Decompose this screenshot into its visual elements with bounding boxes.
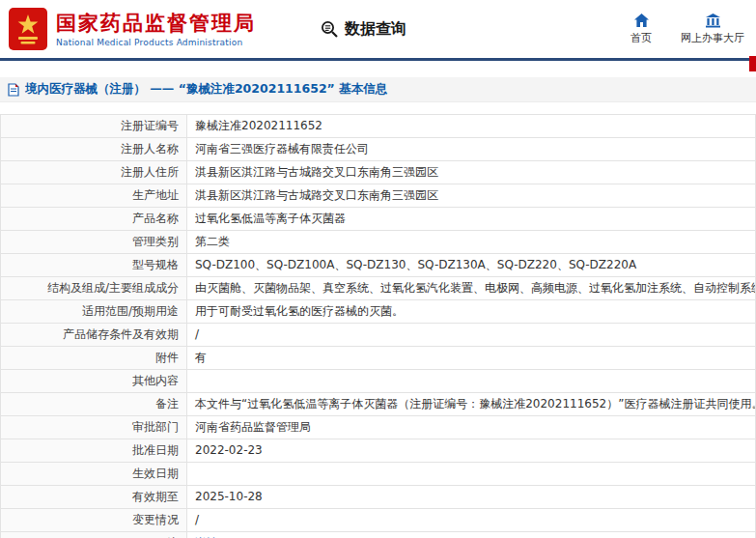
row-value: 有: [187, 347, 756, 370]
row-label: 注册人名称: [1, 138, 187, 161]
row-value: 用于可耐受过氧化氢的医疗器械的灭菌。: [187, 300, 756, 324]
row-value: SQ-DZ100、SQ-DZ100A、SQ-DZ130、SQ-DZ130A、SQ…: [187, 254, 756, 277]
row-label: 产品名称: [1, 208, 187, 231]
national-emblem-logo: [8, 7, 48, 51]
table-row: 管理类别第二类: [1, 231, 756, 254]
row-value: 2025-10-28: [187, 486, 756, 509]
row-value: 本文件与“过氧化氢低温等离子体灭菌器（注册证编号：豫械注准20202111652…: [187, 393, 756, 416]
info-table-body: 注册证编号豫械注准20202111652注册人名称河南省三强医疗器械有限责任公司…: [1, 115, 756, 538]
table-row: 注册证编号豫械注准20202111652: [1, 115, 756, 138]
home-icon: [633, 13, 650, 28]
row-value: 2022-02-23: [187, 439, 756, 463]
table-row: 产品名称过氧化氢低温等离子体灭菌器: [1, 208, 756, 231]
table-row: 其他内容: [1, 370, 756, 393]
row-label: 变更情况: [1, 509, 187, 532]
row-value: 第二类: [187, 231, 756, 254]
row-label: 产品储存条件及有效期: [1, 324, 187, 347]
row-label: 注册证编号: [1, 115, 187, 138]
row-label: 批准日期: [1, 439, 187, 463]
row-label: 有效期至: [1, 486, 187, 509]
table-row: 产品储存条件及有效期/: [1, 324, 756, 347]
row-label: 注册人住所: [1, 161, 187, 184]
row-value: 由灭菌舱、灭菌物品架、真空系统、过氧化氢汽化装置、电极网、高频电源、过氧化氢加注…: [187, 277, 756, 300]
nav-home-label: 首页: [630, 31, 652, 45]
brand-text: 国家药品监督管理局 National Medical Products Admi…: [56, 12, 256, 47]
table-row: ✎注详情: [1, 532, 756, 538]
row-value: 淇县新区淇江路与古城路交叉口东南角三强园区: [187, 184, 756, 208]
row-label: 备注: [1, 393, 187, 416]
data-query-heading: 数据查询: [320, 19, 406, 40]
nav-online-hall-label: 网上办事大厅: [681, 31, 744, 45]
row-value: 淇县新区淇江路与古城路交叉口东南角三强园区: [187, 161, 756, 184]
row-label: 生产地址: [1, 184, 187, 208]
table-row: 审批部门河南省药品监督管理局: [1, 416, 756, 439]
row-label: 型号规格: [1, 254, 187, 277]
row-label: ✎注: [1, 532, 187, 538]
info-table: 注册证编号豫械注准20202111652注册人名称河南省三强医疗器械有限责任公司…: [0, 114, 756, 538]
nav-online-hall[interactable]: 网上办事大厅: [681, 13, 744, 45]
scroll-indicator: [749, 56, 756, 71]
page-title-bar: 境内医疗器械（注册） —— “豫械注准20202111652” 基本信息: [0, 77, 756, 102]
row-label: 其他内容: [1, 370, 187, 393]
row-label: 附件: [1, 347, 187, 370]
agency-name-cn: 国家药品监督管理局: [56, 12, 256, 35]
agency-name-en: National Medical Products Administration: [56, 38, 256, 47]
row-label: 管理类别: [1, 231, 187, 254]
row-value: [187, 370, 756, 393]
table-row: 注册人名称河南省三强医疗器械有限责任公司: [1, 138, 756, 161]
document-icon: [8, 83, 19, 97]
nav-home[interactable]: 首页: [630, 13, 652, 45]
table-row: 型号规格SQ-DZ100、SQ-DZ100A、SQ-DZ130、SQ-DZ130…: [1, 254, 756, 277]
table-row: 附件有: [1, 347, 756, 370]
row-value: /: [187, 324, 756, 347]
row-value: [187, 463, 756, 486]
table-row: 有效期至2025-10-28: [1, 486, 756, 509]
row-value: 豫械注准20202111652: [187, 115, 756, 138]
row-value: 河南省三强医疗器械有限责任公司: [187, 138, 756, 161]
table-row: 注册人住所淇县新区淇江路与古城路交叉口东南角三强园区: [1, 161, 756, 184]
row-value: 详情: [187, 532, 756, 538]
row-value: /: [187, 509, 756, 532]
top-nav: 首页 网上办事大厅: [630, 13, 744, 45]
table-row: 备注本文件与“过氧化氢低温等离子体灭菌器（注册证编号：豫械注准202021116…: [1, 393, 756, 416]
row-label: 生效日期: [1, 463, 187, 486]
building-icon: [705, 13, 721, 28]
row-label: 审批部门: [1, 416, 187, 439]
table-row: 变更情况/: [1, 509, 756, 532]
data-query-label: 数据查询: [345, 19, 406, 40]
search-icon: [320, 19, 339, 39]
table-row: 生产地址淇县新区淇江路与古城路交叉口东南角三强园区: [1, 184, 756, 208]
row-value: 过氧化氢低温等离子体灭菌器: [187, 208, 756, 231]
table-row: 适用范围/预期用途用于可耐受过氧化氢的医疗器械的灭菌。: [1, 300, 756, 324]
row-label: 适用范围/预期用途: [1, 300, 187, 324]
table-row: 批准日期2022-02-23: [1, 439, 756, 463]
brand: 国家药品监督管理局 National Medical Products Admi…: [8, 7, 256, 51]
header-divider: [0, 58, 756, 61]
page-title: 境内医疗器械（注册） —— “豫械注准20202111652” 基本信息: [25, 81, 387, 98]
site-header: 国家药品监督管理局 National Medical Products Admi…: [0, 0, 756, 58]
table-row: 生效日期: [1, 463, 756, 486]
table-row: 结构及组成/主要组成成分由灭菌舱、灭菌物品架、真空系统、过氧化氢汽化装置、电极网…: [1, 277, 756, 300]
row-value: 河南省药品监督管理局: [187, 416, 756, 439]
row-label: 结构及组成/主要组成成分: [1, 277, 187, 300]
